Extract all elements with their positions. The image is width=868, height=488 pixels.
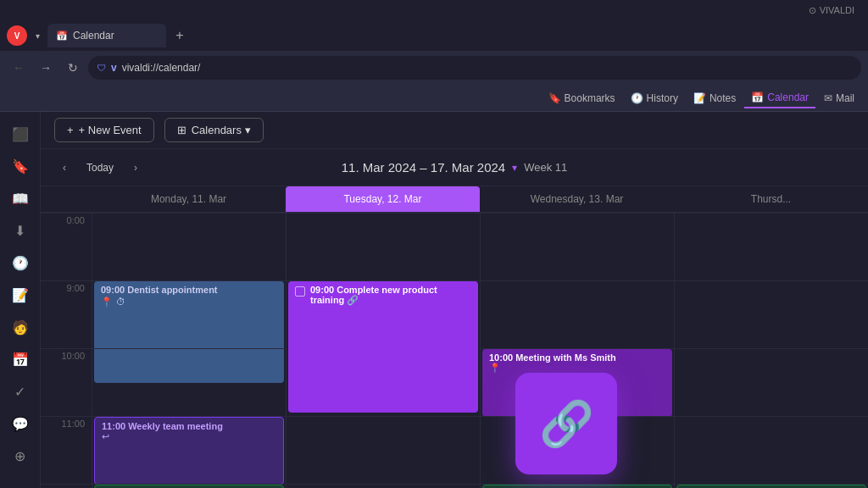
calendar-bm-icon: 📅	[751, 92, 764, 103]
new-event-button[interactable]: + + New Event	[54, 118, 154, 142]
time-slot-9: 9:00	[41, 280, 92, 348]
nav-bar: ← → ↻ 🛡 v vivaldi://calendar/	[0, 51, 868, 85]
sidebar-icon-reading[interactable]: 📖	[5, 183, 36, 214]
wednesday-cell-12: 12:00 Lunch ↩	[481, 484, 674, 488]
sidebar-icon-chat[interactable]: 💬	[5, 408, 36, 439]
thursday-column: 12:00 Lu... ↩	[674, 213, 868, 488]
bookmarks-label: Bookmarks	[565, 92, 615, 104]
tuesday-cell-11	[287, 484, 480, 488]
mail-label: Mail	[836, 92, 854, 104]
time-slot-11: 11:00	[41, 416, 92, 484]
tab-dropdown-arrow[interactable]: ▾	[31, 29, 44, 42]
new-tab-button[interactable]: +	[170, 25, 190, 46]
weekly-meeting-time: 11:00 Weekly team meeting	[102, 421, 276, 431]
sidebar-icon-calendar[interactable]: 📅	[5, 344, 36, 374]
sidebar-icon-add[interactable]: ⊕	[5, 441, 36, 471]
event-lunch-monday[interactable]: 12:00 Lunch ↩	[94, 485, 284, 488]
monday-cell-9: 09:00 Dentist appointment 📍 ⏱	[92, 280, 286, 348]
calendar-body: 0:00 9:00 10:00 11:00 12:00 09:00 Dentis…	[41, 213, 868, 488]
sidebar-icon-notes[interactable]: 📝	[5, 280, 36, 310]
history-icon: 🕐	[631, 92, 643, 104]
monday-header: Monday, 11. Mar	[92, 186, 286, 212]
event-lunch-wednesday[interactable]: 12:00 Lunch ↩	[482, 485, 672, 488]
time-slot-10: 10:00	[41, 348, 92, 416]
training-time-title: 09:00 Complete new product training 🔗	[310, 285, 471, 306]
calendar-nav-center: 11. Mar 2024 – 17. Mar 2024 ▾ Week 11	[342, 160, 568, 175]
address-bar[interactable]: 🛡 v vivaldi://calendar/	[88, 56, 861, 80]
calendars-grid-icon: ⊞	[177, 124, 186, 136]
vivaldi-menu-icon[interactable]: V	[7, 25, 27, 46]
today-button[interactable]: Today	[78, 158, 122, 177]
training-checkbox[interactable]	[295, 286, 305, 297]
shield-icon: 🛡	[97, 63, 106, 73]
vivaldi-logo: ⊙ VIVALDI	[809, 5, 854, 16]
new-event-label: + New Event	[79, 124, 142, 136]
main-layout: ⬛ 🔖 📖 ⬇ 🕐 📝 🧑 📅 ✓ 💬 ⊕ + + New Event ⊞ Ca…	[0, 112, 868, 488]
sidebar-icon-bookmark[interactable]: 🔖	[5, 151, 36, 181]
sidebar-icon-panel[interactable]: ⬛	[5, 119, 36, 149]
bookmarks-bar-item-notes[interactable]: 📝 Notes	[687, 89, 743, 108]
tuesday-cell-9: 09:00 Complete new product training 🔗	[287, 280, 480, 416]
link-popup[interactable]: 🔗	[515, 373, 617, 474]
tuesday-cell-0	[287, 213, 480, 280]
time-slot-12: 12:00	[41, 484, 92, 488]
left-sidebar: ⬛ 🔖 📖 ⬇ 🕐 📝 🧑 📅 ✓ 💬 ⊕	[0, 112, 41, 488]
calendar-header: Monday, 11. Mar Tuesday, 12. Mar Wednesd…	[41, 186, 868, 213]
vivaldi-circle-icon: ⊙	[809, 5, 816, 16]
next-week-button[interactable]: ›	[125, 158, 146, 178]
plus-icon: +	[67, 124, 74, 136]
history-label: History	[647, 92, 678, 104]
thursday-cell-12: 12:00 Lu... ↩	[675, 484, 868, 488]
tab-title: Calendar	[73, 30, 114, 42]
sidebar-icon-history[interactable]: 🕐	[5, 247, 36, 278]
notes-icon: 📝	[693, 92, 706, 104]
calendar-toolbar: + + New Event ⊞ Calendars ▾	[41, 112, 868, 149]
training-content: 09:00 Complete new product training 🔗	[310, 285, 471, 306]
calendar-area: + + New Event ⊞ Calendars ▾ ‹ Today › 11…	[41, 112, 868, 488]
monday-column: 09:00 Dentist appointment 📍 ⏱ 11:00 Week…	[92, 213, 286, 488]
thursday-header: Thursd...	[674, 186, 868, 212]
wednesday-header: Wednesday, 13. Mar	[480, 186, 674, 212]
sidebar-icon-tasks[interactable]: ✓	[5, 376, 36, 407]
active-tab[interactable]: 📅 Calendar	[47, 24, 166, 47]
sidebar-icon-download[interactable]: ⬇	[5, 215, 36, 246]
bookmarks-bar-item-mail[interactable]: ✉ Mail	[817, 89, 861, 108]
back-button[interactable]: ←	[7, 56, 31, 80]
tuesday-column: 09:00 Complete new product training 🔗 12…	[286, 213, 480, 488]
calendar-grid: Monday, 11. Mar Tuesday, 12. Mar Wednesd…	[41, 186, 868, 488]
wednesday-cell-0	[481, 213, 674, 280]
thursday-cell-10	[675, 348, 868, 416]
date-range-dropdown-icon[interactable]: ▾	[512, 162, 517, 174]
calendar-bm-label: Calendar	[767, 92, 809, 103]
monday-cell-12: 12:00 Lunch ↩	[92, 484, 286, 488]
event-weekly-meeting[interactable]: 11:00 Weekly team meeting ↩	[94, 417, 284, 485]
calendars-label: Calendars ▾	[192, 124, 251, 136]
bookmarks-icon: 🔖	[548, 92, 561, 104]
meeting-location-icon: 📍	[489, 363, 501, 373]
bookmarks-bar-item-history[interactable]: 🕐 History	[624, 89, 685, 108]
mail-icon: ✉	[824, 92, 832, 104]
event-training[interactable]: 09:00 Complete new product training 🔗	[288, 281, 478, 413]
thursday-cell-11	[675, 416, 868, 484]
address-text: vivaldi://calendar/	[122, 62, 201, 74]
sidebar-icon-contacts[interactable]: 🧑	[5, 312, 36, 342]
forward-button[interactable]: →	[34, 56, 58, 80]
dentist-clock-icon: ⏱	[116, 297, 125, 308]
refresh-button[interactable]: ↻	[61, 56, 85, 80]
notes-label: Notes	[709, 92, 736, 104]
bookmarks-bar-item-bookmarks[interactable]: 🔖 Bookmarks	[542, 89, 622, 108]
event-dentist-time: 09:00 Dentist appointment	[101, 285, 277, 295]
vivaldi-brand: VIVALDI	[820, 5, 854, 15]
time-column: 0:00 9:00 10:00 11:00 12:00	[41, 213, 92, 488]
time-col-header	[41, 186, 92, 212]
meeting-time-title: 10:00 Meeting with Ms Smith	[489, 352, 665, 363]
event-lunch-thursday[interactable]: 12:00 Lu... ↩	[676, 485, 866, 488]
calendars-button[interactable]: ⊞ Calendars ▾	[164, 118, 264, 142]
wednesday-cell-9	[481, 280, 674, 348]
prev-week-button[interactable]: ‹	[54, 158, 75, 178]
monday-cell-0	[92, 213, 286, 280]
bookmarks-bar: 🔖 Bookmarks 🕐 History 📝 Notes 📅 Calendar…	[0, 85, 868, 112]
bookmarks-bar-item-calendar[interactable]: 📅 Calendar	[744, 88, 815, 108]
calendar-nav: ‹ Today › 11. Mar 2024 – 17. Mar 2024 ▾ …	[41, 149, 868, 186]
tuesday-cell-10	[287, 416, 480, 484]
